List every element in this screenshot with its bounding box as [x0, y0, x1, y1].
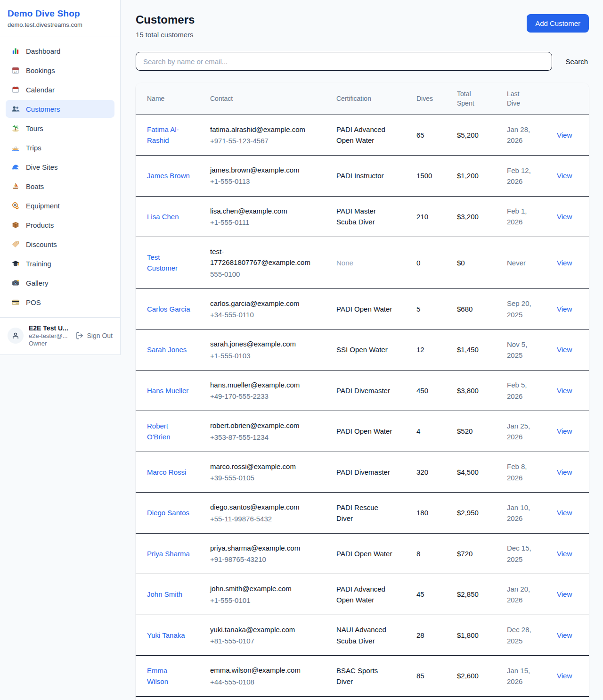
brand-domain: demo.test.divestreams.com	[8, 21, 113, 28]
table-row: John Smithjohn.smith@example.com+1-555-0…	[136, 574, 589, 615]
view-customer-link[interactable]: View	[557, 305, 572, 313]
customer-phone: +44-555-0108	[210, 676, 325, 687]
sidebar-item-dashboard[interactable]: Dashboard	[6, 42, 114, 60]
column-header-total-spent: Total Spent	[451, 83, 501, 115]
sidebar-item-label: Tours	[26, 124, 43, 132]
sidebar-item-gallery[interactable]: Gallery	[6, 274, 114, 292]
customer-name-link[interactable]: Diego Santos	[147, 507, 189, 518]
customer-certification: PADI Open Water	[336, 426, 392, 436]
customer-name-link[interactable]: Test Customer	[147, 252, 190, 274]
add-customer-button[interactable]: Add Customer	[527, 14, 589, 33]
search-button[interactable]: Search	[564, 55, 589, 68]
customer-certification: PADI Divemaster	[336, 385, 390, 396]
customer-dives: 8	[411, 533, 451, 574]
view-customer-link[interactable]: View	[557, 131, 572, 139]
sidebar-item-pos[interactable]: POS	[6, 293, 114, 311]
customer-total-spent: $3,200	[451, 196, 501, 237]
table-row: James Brownjames.brown@example.com+1-555…	[136, 156, 589, 197]
customer-name-link[interactable]: Emma Wilson	[147, 665, 190, 687]
sidebar-item-products[interactable]: Products	[6, 216, 114, 234]
sidebar-item-bookings[interactable]: 17Bookings	[6, 61, 114, 79]
view-customer-link[interactable]: View	[557, 631, 572, 639]
sidebar-item-trips[interactable]: Trips	[6, 139, 114, 156]
view-customer-link[interactable]: View	[557, 427, 572, 435]
customer-dives: 0	[411, 237, 451, 289]
user-role: Owner	[29, 340, 70, 347]
sign-out-button[interactable]: Sign Out	[75, 331, 113, 340]
view-customer-link[interactable]: View	[557, 213, 572, 221]
customer-certification: PADI Divemaster	[336, 467, 390, 478]
view-customer-link[interactable]: View	[557, 387, 572, 395]
table-row: Marco Rossimarco.rossi@example.com+39-55…	[136, 452, 589, 493]
customer-name-link[interactable]: James Brown	[147, 170, 190, 181]
user-email: e2e-tester@...	[29, 332, 70, 339]
customer-certification: None	[336, 257, 353, 268]
training-icon	[11, 259, 20, 268]
sidebar-item-label: Products	[26, 221, 54, 229]
customer-phone: +34-555-0110	[210, 309, 325, 320]
customer-name-link[interactable]: Marco Rossi	[147, 467, 186, 478]
sidebar-item-boats[interactable]: Boats	[6, 177, 114, 195]
customer-certification: PADI Rescue Diver	[336, 502, 394, 524]
view-customer-link[interactable]: View	[557, 468, 572, 476]
customer-phone: +971-55-123-4567	[210, 135, 325, 146]
customer-last-dive: Jan 25, 2026	[507, 420, 542, 443]
table-row: Fatima Al-Rashidfatima.alrashid@example.…	[136, 115, 589, 156]
sidebar-item-calendar[interactable]: Calendar	[6, 81, 114, 99]
customer-last-dive: Dec 15, 2025	[507, 543, 542, 565]
sidebar-item-dive-sites[interactable]: Dive Sites	[6, 158, 114, 176]
customer-name-link[interactable]: Yuki Tanaka	[147, 630, 185, 641]
view-customer-link[interactable]: View	[557, 509, 572, 517]
view-customer-link[interactable]: View	[557, 590, 572, 598]
sidebar: Demo Dive Shop demo.test.divestreams.com…	[0, 0, 121, 355]
customer-phone: +1-555-0101	[210, 595, 325, 606]
customer-total-spent: $680	[451, 288, 501, 329]
column-header-dives: Dives	[411, 83, 451, 115]
customer-certification: PADI Open Water	[336, 548, 392, 559]
customer-name-link[interactable]: Sarah Jones	[147, 344, 187, 355]
sidebar-item-training[interactable]: Training	[6, 255, 114, 272]
sidebar-item-discounts[interactable]: Discounts	[6, 235, 114, 253]
table-row: Sarah Jonessarah.jones@example.com+1-555…	[136, 329, 589, 371]
customer-name-link[interactable]: Lisa Chen	[147, 211, 179, 222]
customer-last-dive: Nov 5, 2025	[507, 339, 542, 361]
table-row: Hans Muellerhans.mueller@example.com+49-…	[136, 370, 589, 411]
sidebar-item-label: Equipment	[26, 202, 60, 210]
customer-phone: +39-555-0105	[210, 472, 325, 483]
customer-name-link[interactable]: John Smith	[147, 589, 182, 600]
customer-total-spent: $0	[451, 237, 501, 289]
customer-certification: SSI Open Water	[336, 344, 388, 355]
sidebar-item-customers[interactable]: Customers	[6, 100, 114, 118]
view-customer-link[interactable]: View	[557, 672, 572, 680]
avatar	[8, 328, 24, 344]
sidebar-item-label: POS	[26, 298, 41, 306]
sidebar-item-tours[interactable]: Tours	[6, 119, 114, 137]
customer-dives: 28	[411, 615, 451, 656]
customer-phone: +1-555-0113	[210, 176, 325, 187]
customer-count: 15 total customers	[136, 31, 195, 39]
sidebar-item-equipment[interactable]: Equipment	[6, 197, 114, 214]
search-input[interactable]	[136, 52, 552, 71]
customer-total-spent: $520	[451, 411, 501, 452]
customer-name-link[interactable]: Robert O'Brien	[147, 420, 190, 443]
table-row: Priya Sharmapriya.sharma@example.com+91-…	[136, 533, 589, 574]
customer-name-link[interactable]: Carlos Garcia	[147, 304, 190, 314]
view-customer-link[interactable]: View	[557, 259, 572, 267]
customer-total-spent: $1,450	[451, 329, 501, 371]
boats-icon	[11, 182, 20, 190]
customer-certification: NAUI Advanced Scuba Diver	[336, 624, 394, 646]
customer-dives: 45	[411, 574, 451, 615]
customer-name-link[interactable]: Priya Sharma	[147, 548, 190, 559]
customer-name-link[interactable]: Hans Mueller	[147, 385, 188, 396]
table-row: Emma Wilsonemma.wilson@example.com+44-55…	[136, 656, 589, 697]
customer-phone: +91-98765-43210	[210, 554, 325, 565]
products-icon	[11, 221, 20, 229]
view-customer-link[interactable]: View	[557, 172, 572, 180]
sidebar-item-label: Bookings	[26, 66, 55, 74]
column-header-actions	[551, 83, 589, 115]
customer-certification: PADI Instructor	[336, 170, 384, 181]
customer-email: sarah.jones@example.com	[210, 338, 311, 349]
view-customer-link[interactable]: View	[557, 550, 572, 558]
view-customer-link[interactable]: View	[557, 346, 572, 354]
customer-name-link[interactable]: Fatima Al-Rashid	[147, 124, 190, 146]
